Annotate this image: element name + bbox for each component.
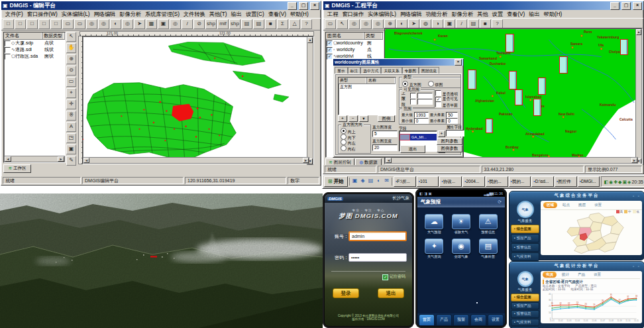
direction-radio[interactable]: 向左	[341, 139, 370, 145]
minimize-button[interactable]: _	[288, 2, 297, 10]
col-datatype[interactable]: 数据类型	[42, 32, 65, 39]
layer-checkbox[interactable]: ✓	[327, 40, 333, 46]
menu-item[interactable]: 文件(F)	[3, 11, 25, 18]
maximize-button[interactable]: ▢	[621, 2, 631, 10]
field-add-button[interactable]: +	[438, 131, 445, 137]
worldmap-vscrollbar[interactable]: ▴ ▾	[635, 28, 642, 164]
map-tool-button[interactable]: ⊕	[66, 54, 76, 64]
toolbar-button[interactable]: shp	[205, 19, 217, 29]
nav-item[interactable]: ▪ 预警信息	[511, 243, 539, 252]
weather-app-tile[interactable]: ☁ 天气预报	[421, 214, 447, 235]
nav-item[interactable]: ▪ 预警信息	[511, 310, 539, 318]
min-pixel-input[interactable]: 0	[446, 118, 458, 124]
map-tool-button[interactable]: ✛	[66, 99, 76, 109]
toolbar-button[interactable]: □	[38, 19, 50, 29]
map-tool-button[interactable]: ▭	[66, 77, 76, 87]
menu-item[interactable]: 帮助(H)	[288, 11, 311, 18]
map-vscrollbar[interactable]: ▴ ▾	[307, 36, 313, 165]
toolbar-button[interactable]: ◎	[86, 19, 97, 29]
file-row[interactable]: ⬠ 行政区.sda 面状	[4, 53, 65, 60]
weather-tab[interactable]: 会商	[470, 314, 486, 326]
menu-item[interactable]: 网络编辑	[92, 11, 118, 18]
dialog-close-button[interactable]: ×	[455, 59, 462, 66]
toolbar-button[interactable]: Σ	[277, 19, 288, 29]
tray-icon[interactable]: ✚	[614, 179, 617, 185]
toolbar-button[interactable]: ▣	[158, 19, 169, 29]
add-button[interactable]: +	[338, 115, 347, 122]
quick-launch-icon[interactable]: ◐	[375, 178, 382, 186]
map-tool-button[interactable]: ◳	[66, 133, 76, 143]
toolbar-button[interactable]: ◎	[360, 19, 372, 29]
upper-checkbox[interactable]	[410, 93, 416, 99]
col-layername[interactable]: 图层名	[326, 32, 364, 39]
nav-item[interactable]: ▪ 气候资料	[511, 319, 539, 327]
toolbar-button[interactable]: mif	[217, 19, 229, 29]
field-selected[interactable]: GA_MI...	[410, 134, 437, 140]
up-button[interactable]: ▾	[359, 115, 368, 122]
toolbar-button[interactable]: ◎	[98, 19, 109, 29]
toolbar-button[interactable]: ◎	[372, 19, 384, 29]
toolbar-button[interactable]: □	[50, 19, 62, 29]
upper-input[interactable]	[417, 93, 433, 99]
toolbar-button[interactable]: □	[3, 19, 14, 29]
map-tool-button[interactable]: ↖	[66, 32, 76, 42]
taskbar-window-button[interactable]: ▪2004...	[462, 176, 485, 187]
toolbar-button[interactable]: ▭	[325, 19, 336, 29]
province-map[interactable]	[543, 210, 641, 255]
remember-checkbox[interactable]: ✓	[382, 274, 388, 280]
quick-launch-icon[interactable]: ✉	[383, 178, 390, 186]
password-input[interactable]: •••••	[349, 253, 407, 262]
nav-item[interactable]: ▪ 综合监测	[511, 294, 539, 301]
attr-field-input[interactable]	[446, 130, 464, 137]
quick-launch-icon[interactable]: ▤	[367, 178, 374, 186]
toolbar-button[interactable]: ⊘	[193, 19, 205, 29]
legend-button[interactable]: 图例	[378, 115, 395, 122]
terrain-3d-view[interactable]	[0, 193, 323, 328]
taskbar-window-button[interactable]: ▪DMGI...	[578, 176, 600, 187]
exit-button[interactable]: 退出	[378, 288, 404, 298]
content-tab[interactable]: 区域	[543, 202, 557, 208]
taskbar-window-button[interactable]: ▪我的...	[486, 176, 508, 187]
nav-item[interactable]: ▪ 综合监测	[511, 225, 539, 233]
menu-item[interactable]: 实体编辑(L)	[366, 11, 398, 18]
flag-checkbox[interactable]: 是否透明	[435, 90, 462, 96]
weather-app-tile[interactable]: ✦ 天气查询	[421, 239, 447, 259]
toolbar-button[interactable]: ↖	[337, 19, 348, 29]
col-type[interactable]: 类型	[339, 78, 367, 83]
theme-list[interactable]: 类型 名称 直方图	[338, 77, 396, 115]
graph-params-button[interactable]: 图列参数	[437, 138, 462, 145]
menu-item[interactable]: 其他	[475, 11, 490, 18]
workspace-tab[interactable]: ≋ 工作区	[3, 164, 31, 173]
type-pie-radio[interactable]: 饼图	[428, 81, 443, 88]
content-tab[interactable]: 站点	[559, 202, 573, 208]
quick-launch-icon[interactable]: ▣	[351, 178, 358, 186]
direction-radio[interactable]: 向上	[341, 128, 370, 134]
toolbar-button[interactable]: ▭	[74, 19, 85, 29]
toolbar-button[interactable]: ■	[265, 19, 276, 29]
toolbar-button[interactable]: ▤	[241, 19, 252, 29]
menu-item[interactable]: 影像分析	[449, 11, 475, 18]
toolbar-button[interactable]: shp	[229, 19, 241, 29]
menu-item[interactable]: 输出	[229, 11, 244, 18]
close-button[interactable]: ×	[633, 2, 642, 10]
menu-item[interactable]: 工程	[325, 11, 340, 18]
exit-button[interactable]: 退出	[400, 145, 425, 153]
layer-checkbox[interactable]: ✓	[327, 54, 333, 60]
toolbar-button[interactable]: ▤	[253, 19, 264, 29]
max-pixel-input[interactable]: 50	[446, 112, 458, 118]
taskbar-window-button[interactable]: ▪101	[417, 176, 439, 187]
window-buttons[interactable]: ▫ ▫	[633, 264, 641, 268]
tray-icon[interactable]: ◧	[604, 179, 608, 185]
map-tool-button[interactable]: A	[66, 122, 76, 132]
menu-item[interactable]: 影像分析	[117, 11, 143, 18]
menu-item[interactable]: 输出	[527, 11, 541, 18]
content-tab[interactable]: 图层	[575, 202, 589, 208]
flag-checkbox[interactable]: ✓ 是否可见	[435, 96, 462, 102]
nav-item[interactable]: ▪ 气候资料	[511, 252, 539, 261]
menu-item[interactable]: 系统库管理(S)	[143, 11, 182, 18]
menu-item[interactable]: 文件转换	[182, 11, 207, 18]
file-row[interactable]: ◇ 大厦.sdp 点状	[4, 40, 65, 46]
col-name[interactable]: 名称	[367, 78, 396, 83]
nav-item[interactable]: ▪ 预报产品	[511, 302, 539, 310]
nav-item[interactable]: ▪ 预报产品	[511, 234, 539, 243]
